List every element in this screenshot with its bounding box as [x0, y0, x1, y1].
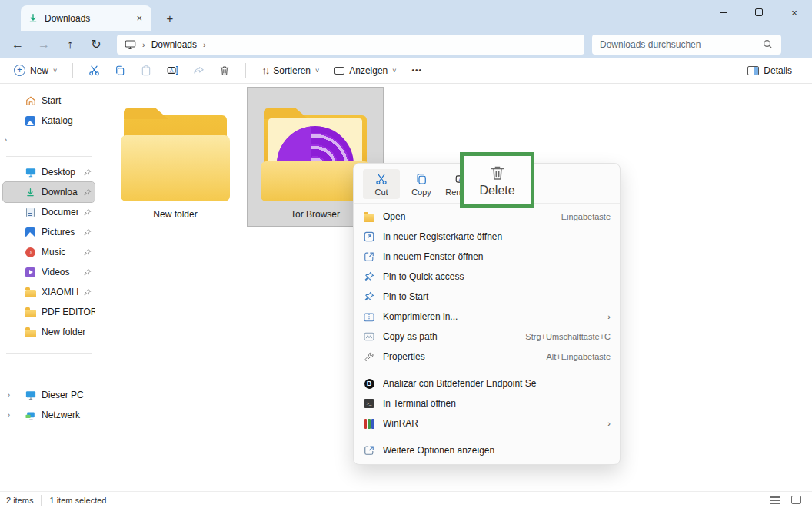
sidebar-item-new-folder[interactable]: New folder [3, 322, 95, 342]
copy-icon [414, 172, 428, 186]
back-button[interactable]: ← [5, 34, 31, 55]
sidebar-collapsed-node[interactable]: › [0, 131, 98, 151]
cut-button[interactable] [82, 61, 105, 81]
status-divider [41, 495, 42, 506]
sidebar-item-pdf-editor[interactable]: PDF EDITOR [3, 302, 95, 322]
rename-button[interactable]: A [161, 61, 184, 81]
quick-action-copy[interactable]: Copy [403, 169, 440, 199]
menu-item-pin-start[interactable]: Pin to Start [354, 287, 620, 307]
details-pane-button[interactable]: Details [741, 61, 798, 80]
items-count: 2 items [6, 496, 33, 505]
pin-icon [363, 291, 375, 303]
rename-icon: A [166, 64, 179, 77]
menu-item-open-new-tab[interactable]: In neuer Registerkarte öffnen [354, 227, 620, 247]
view-button[interactable]: Anzeigen ˅ [328, 61, 402, 80]
sidebar-item-xiaomi-poco[interactable]: XIAOMI POCO F [3, 282, 95, 302]
list-view-toggle[interactable] [770, 496, 780, 504]
refresh-button[interactable]: ↻ [83, 34, 109, 55]
pin-icon [83, 288, 92, 297]
sidebar-item-netzwerk[interactable]: › Netzwerk [3, 405, 95, 425]
menu-item-open[interactable]: Open Eingabetaste [354, 207, 620, 227]
up-button[interactable]: ↑ [57, 34, 83, 55]
menu-item-pin-quick-access[interactable]: Pin to Quick access [354, 267, 620, 287]
menu-item-open-new-window[interactable]: In neuem Fenster öffnen [354, 247, 620, 267]
home-icon [25, 95, 36, 107]
minimize-icon [720, 12, 727, 13]
delete-button[interactable] [213, 61, 236, 81]
menu-item-winrar[interactable]: WinRAR › [354, 413, 620, 433]
copy-button[interactable] [108, 61, 131, 81]
shortcut-label: Strg+Umschalttaste+C [525, 332, 611, 341]
quick-action-delete[interactable]: Delete [479, 164, 514, 198]
chevron-right-icon: › [5, 136, 7, 144]
tab-downloads[interactable]: Downloads × [21, 5, 151, 31]
downloads-icon [27, 12, 38, 24]
file-tile-new-folder[interactable]: New folder [108, 88, 243, 226]
file-name: New folder [153, 209, 197, 220]
sidebar-item-label: Documents [42, 207, 78, 217]
navigation-pane: Start Katalog › Desktop Down [0, 85, 98, 492]
chevron-right-icon[interactable]: › [8, 411, 10, 419]
ellipsis-icon: ••• [412, 66, 423, 75]
menu-item-show-more-options[interactable]: Weitere Optionen anzeigen [354, 440, 620, 460]
tab-bar: Downloads × + × [0, 0, 812, 31]
sidebar-item-label: Dieser PC [42, 390, 95, 400]
sidebar-item-katalog[interactable]: Katalog [3, 111, 95, 131]
view-label: Anzeigen [349, 65, 388, 76]
sort-label: Sortieren [273, 65, 311, 76]
menu-item-properties[interactable]: Properties Alt+Eingabetaste [354, 347, 620, 367]
pictures-icon [25, 227, 36, 238]
sidebar-item-downloads[interactable]: Downloads [3, 182, 95, 202]
downloads-icon [25, 187, 36, 198]
window-controls: × [706, 0, 812, 25]
sidebar-item-music[interactable]: ♪ Music [3, 242, 95, 262]
chevron-right-icon[interactable]: › [8, 391, 10, 399]
compress-zip-icon [363, 310, 375, 323]
quick-action-cut[interactable]: Cut [363, 169, 400, 199]
svg-text:A: A [170, 68, 174, 73]
new-label: New [30, 65, 48, 76]
maximize-button[interactable] [741, 0, 777, 25]
pin-icon [83, 248, 92, 257]
new-button[interactable]: + New ˅ [8, 61, 63, 80]
menu-item-compress[interactable]: Komprimieren in... › [354, 307, 620, 327]
submenu-chevron-icon: › [607, 312, 611, 321]
trash-icon [218, 65, 231, 77]
command-toolbar: + New ˅ A ↑↓ Sortieren ˅ A [0, 58, 812, 84]
pin-icon [83, 188, 92, 197]
tab-close-icon[interactable]: × [133, 12, 145, 24]
pin-icon [83, 228, 92, 237]
address-bar[interactable]: › Downloads › [117, 35, 584, 55]
sidebar-item-desktop[interactable]: Desktop [3, 162, 95, 182]
pin-icon [363, 271, 375, 283]
more-options-button[interactable]: ••• [406, 62, 429, 78]
close-button[interactable]: × [777, 0, 812, 25]
sidebar-item-documents[interactable]: Documents [3, 202, 95, 222]
pin-icon [83, 268, 92, 277]
sidebar-item-label: Downloads [42, 187, 78, 198]
minimize-button[interactable] [706, 0, 741, 25]
search-input[interactable]: Downloads durchsuchen [592, 35, 781, 55]
sidebar-item-start[interactable]: Start [3, 91, 95, 111]
sidebar-item-videos[interactable]: Videos [3, 262, 95, 282]
breadcrumb-downloads[interactable]: Downloads [151, 39, 197, 50]
details-pane-icon [747, 66, 759, 75]
chevron-down-icon: ˅ [53, 67, 57, 75]
sidebar-divider [6, 353, 92, 354]
sort-button[interactable]: ↑↓ Sortieren ˅ [255, 61, 325, 80]
menu-item-copy-as-path[interactable]: Copy as path Strg+Umschalttaste+C [354, 327, 620, 347]
quick-action-label: Delete [479, 184, 514, 198]
new-tab-button[interactable]: + [160, 8, 180, 28]
large-icons-view-toggle[interactable] [791, 496, 801, 504]
menu-divider [361, 437, 612, 437]
navigation-bar: ← → ↑ ↻ › Downloads › Downloads durchsuc… [0, 31, 812, 58]
sidebar-item-label: Start [42, 95, 95, 106]
wrench-icon [363, 350, 375, 363]
file-explorer-window: Downloads × + × ← → ↑ ↻ › Downloads › Do… [0, 0, 812, 508]
menu-item-open-terminal[interactable]: >_ In Terminal öffnen [354, 393, 620, 413]
sidebar-item-dieser-pc[interactable]: › Dieser PC [3, 385, 95, 405]
sidebar-item-pictures[interactable]: Pictures [3, 222, 95, 242]
menu-item-bitdefender-scan[interactable]: B Analizar con Bitdefender Endpoint Se [354, 374, 620, 393]
open-new-window-icon [363, 251, 375, 263]
breadcrumb-separator[interactable]: › [203, 40, 206, 49]
